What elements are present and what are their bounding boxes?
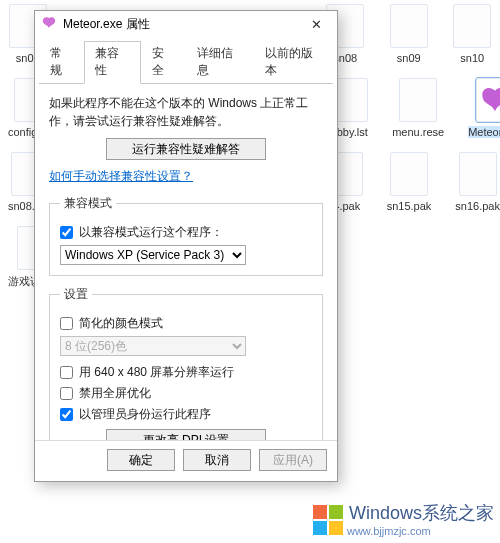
desktop-icon-label: sn16.pak [455, 200, 500, 212]
disable-fullscreen-row[interactable]: 禁用全屏优化 [60, 385, 312, 402]
runasadmin-row[interactable]: 以管理员身份运行此程序 [60, 406, 312, 423]
ok-button[interactable]: 确定 [107, 449, 175, 471]
file-icon [459, 152, 497, 196]
tab-body-compatibility: 如果此程序不能在这个版本的 Windows 上正常工作，请尝试运行兼容性疑难解答… [35, 84, 337, 440]
cancel-button[interactable]: 取消 [183, 449, 251, 471]
reduced-color-checkbox[interactable] [60, 317, 73, 330]
color-depth-select: 8 位(256)色 [60, 336, 246, 356]
desktop-icon[interactable]: sn15.pak [387, 152, 432, 212]
desktop-icon-label: menu.rese [392, 126, 444, 138]
watermark-url: www.bjjmzjc.com [347, 525, 494, 539]
settings-group: 设置 简化的颜色模式 8 位(256)色 用 640 x 480 屏幕分辨率运行… [49, 286, 323, 440]
desktop-icon-label: sn10 [460, 52, 484, 64]
dialog-button-row: 确定 取消 应用(A) [35, 440, 337, 481]
compat-mode-legend: 兼容模式 [60, 195, 116, 212]
desktop-icon-label: sn15.pak [387, 200, 432, 212]
compat-mode-group: 兼容模式 以兼容模式运行这个程序： Windows XP (Service Pa… [49, 195, 323, 276]
runasadmin-label: 以管理员身份运行此程序 [79, 406, 211, 423]
file-icon [390, 152, 428, 196]
compat-mode-checkbox-row[interactable]: 以兼容模式运行这个程序： [60, 224, 312, 241]
reduced-color-label: 简化的颜色模式 [79, 315, 163, 332]
res640-row[interactable]: 用 640 x 480 屏幕分辨率运行 [60, 364, 312, 381]
apply-button[interactable]: 应用(A) [259, 449, 327, 471]
desktop-icon[interactable]: sn09 [389, 4, 429, 64]
close-icon[interactable]: ✕ [301, 14, 331, 34]
compat-message: 如果此程序不能在这个版本的 Windows 上正常工作，请尝试运行兼容性疑难解答… [49, 94, 323, 130]
compat-mode-label: 以兼容模式运行这个程序： [79, 224, 223, 241]
manual-settings-link[interactable]: 如何手动选择兼容性设置？ [49, 168, 193, 185]
run-troubleshooter-button[interactable]: 运行兼容性疑难解答 [106, 138, 266, 160]
tab-1[interactable]: 兼容性 [84, 41, 141, 84]
disable-fullscreen-label: 禁用全屏优化 [79, 385, 151, 402]
file-icon [399, 78, 437, 122]
title-bar[interactable]: Meteor.exe 属性 ✕ [35, 11, 337, 37]
desktop-icon[interactable]: menu.rese [392, 78, 444, 138]
tab-strip: 常规兼容性安全详细信息以前的版本 [39, 41, 333, 84]
watermark-suffix: 系统之家 [422, 503, 494, 523]
tab-3[interactable]: 详细信息 [186, 41, 254, 84]
watermark: Windows系统之家 www.bjjmzjc.com [313, 501, 494, 539]
res640-checkbox[interactable] [60, 366, 73, 379]
res640-label: 用 640 x 480 屏幕分辨率运行 [79, 364, 234, 381]
desktop-icon[interactable]: sn16.pak [455, 152, 500, 212]
reduced-color-row[interactable]: 简化的颜色模式 [60, 315, 312, 332]
tab-2[interactable]: 安全 [141, 41, 186, 84]
watermark-brand: Windows [349, 503, 422, 523]
runasadmin-checkbox[interactable] [60, 408, 73, 421]
windows-logo-icon [313, 505, 343, 535]
compat-os-select[interactable]: Windows XP (Service Pack 3) [60, 245, 246, 265]
tab-0[interactable]: 常规 [39, 41, 84, 84]
desktop-icon[interactable]: Meteor.exe [468, 78, 500, 138]
title-text: Meteor.exe 属性 [63, 16, 301, 33]
desktop-icon[interactable]: sn10 [453, 4, 493, 64]
compat-mode-checkbox[interactable] [60, 226, 73, 239]
properties-dialog: Meteor.exe 属性 ✕ 常规兼容性安全详细信息以前的版本 如果此程序不能… [34, 10, 338, 482]
file-icon [390, 4, 428, 48]
file-icon [453, 4, 491, 48]
desktop-icon-label: sn09 [397, 52, 421, 64]
tab-4[interactable]: 以前的版本 [254, 41, 334, 84]
butterfly-icon [476, 78, 500, 122]
app-icon [41, 16, 57, 32]
dpi-settings-button[interactable]: 更改高 DPI 设置 [106, 429, 266, 440]
disable-fullscreen-checkbox[interactable] [60, 387, 73, 400]
settings-legend: 设置 [60, 286, 92, 303]
desktop-icon-label: Meteor.exe [468, 126, 500, 138]
